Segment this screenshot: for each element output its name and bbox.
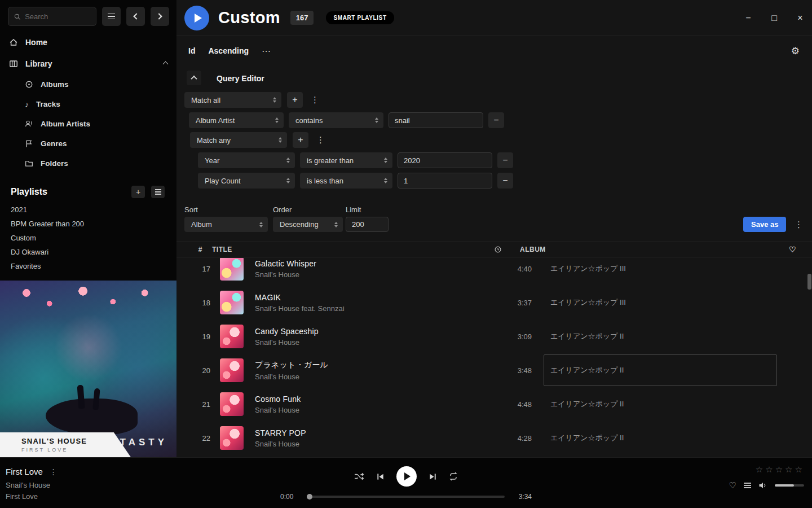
add-group-rule-button[interactable]: + [293,132,308,148]
window-controls: − □ × [743,0,805,36]
rule-operator-select[interactable]: is less than [300,173,392,189]
playlists-header: Playlists + [11,186,165,198]
table-row[interactable]: 21 Cosmo Funk Snail's House 4:48 エイリアン☆ポ… [176,387,812,421]
group-match-type-select[interactable]: Match any [190,132,287,148]
track-album[interactable]: エイリアン☆ポップ III [544,258,777,284]
rule-value-input[interactable] [389,112,483,128]
search-box[interactable] [8,7,96,26]
scrollbar-thumb[interactable] [807,274,811,290]
track-artist[interactable]: Snail's House [255,338,487,347]
save-menu-icon[interactable]: ⋮ [792,220,805,230]
query-editor-collapse-button[interactable] [187,71,201,85]
maximize-button[interactable]: □ [769,13,779,23]
rule-field-select[interactable]: Album Artist [189,112,284,128]
track-artist[interactable]: Snail's House [255,440,487,448]
track-album[interactable]: エイリアン☆ポップ II [544,422,777,454]
track-album[interactable]: エイリアン☆ポップ II [544,321,777,352]
limit-input[interactable] [346,217,389,232]
previous-button[interactable] [376,472,385,481]
track-album[interactable]: エイリアン☆ポップ III [544,287,777,318]
album-name: エイリアン☆ポップ II [550,365,624,375]
column-duration[interactable] [457,246,502,253]
remove-rule-button[interactable]: − [497,173,513,189]
now-playing-artist[interactable]: Snail's House [6,481,58,489]
search-input[interactable] [25,12,90,21]
column-title[interactable]: TITLE [212,246,457,253]
playlist-item[interactable]: Custom [0,231,176,245]
next-button[interactable] [429,472,437,481]
seek-bar[interactable] [307,496,505,498]
table-row[interactable]: 22 STARRY POP Snail's House 4:28 エイリアン☆ポ… [176,421,812,455]
rule-field-select[interactable]: Play Count [198,173,295,189]
volume-slider[interactable] [775,484,804,487]
playlist-item[interactable]: 2021 [0,203,176,217]
favorite-button heart-icon[interactable]: ♡ [729,480,736,491]
playlist-item[interactable]: Favorites [0,259,176,273]
playlist-item[interactable]: BPM Greater than 200 [0,217,176,231]
play-playlist-button[interactable] [184,6,209,30]
remove-rule-button[interactable]: − [488,112,504,128]
back-button[interactable] [126,7,145,26]
volume-button[interactable] [758,481,767,489]
now-playing-artwork[interactable]: SNAIL'S HOUSE FIRST LOVE TASTY [0,281,176,457]
sidebar-item-folders[interactable]: Folders [0,154,176,173]
column-album[interactable]: ALBUM [520,246,546,253]
order-select[interactable]: Descending [273,217,343,232]
play-pause-button[interactable] [396,466,417,487]
sidebar-item-genres[interactable]: Genres [0,134,176,154]
now-playing-title[interactable]: First Love [6,467,43,476]
rule-operator-select[interactable]: contains [289,112,383,128]
track-artist[interactable]: Snail's House [255,270,487,279]
chevron-up-icon[interactable] [163,61,169,67]
rule-value-input[interactable] [398,152,492,168]
seek-handle[interactable] [307,494,312,500]
menu-button[interactable] [102,7,121,26]
rule-operator-select[interactable]: is greater than [300,152,392,168]
track-album-focused[interactable]: エイリアン☆ポップ II [544,354,777,386]
sort-select[interactable]: Album [184,217,268,232]
sidebar-item-tracks[interactable]: ♪ Tracks [0,94,176,114]
table-row[interactable]: 17 Galactic Whisper Snail's House 4:40 エ… [176,258,812,286]
table-row[interactable]: 20 プラネット・ガール Snail's House 3:48 エイリアン☆ポッ… [176,353,812,387]
sort-order-button[interactable]: Ascending [208,46,249,55]
now-playing-menu-icon[interactable]: ⋮ [50,467,58,476]
rating-stars[interactable]: ☆☆☆☆☆ [756,465,805,475]
table-row[interactable]: 18 MAGIK Snail's House feat. Sennzai 3:3… [176,286,812,319]
track-count-badge: 167 [290,11,314,25]
add-rule-button[interactable]: + [287,92,303,108]
group-menu-icon[interactable]: ⋮ [314,135,327,145]
rule-value-input[interactable] [398,173,492,189]
table-header: # TITLE ALBUM ♡ [176,242,812,257]
more-options-icon[interactable]: ⋯ [262,46,271,56]
track-artist[interactable]: Snail's House [255,406,487,414]
rule-menu-icon[interactable]: ⋮ [308,95,321,105]
sidebar-item-library[interactable]: Library [0,53,176,75]
minimize-button[interactable]: − [743,13,753,23]
save-as-button[interactable]: Save as [743,217,786,232]
rule-field-select[interactable]: Year [198,152,295,168]
match-type-select[interactable]: Match all [184,92,281,108]
track-artist[interactable]: Snail's House [255,373,487,381]
now-playing-album[interactable]: First Love [6,492,58,501]
queue-button[interactable] [744,483,751,488]
sidebar-item-album-artists[interactable]: Album Artists [0,114,176,134]
sidebar-item-home[interactable]: Home [0,32,176,53]
track-artist[interactable]: Snail's House feat. Sennzai [255,304,487,313]
close-button[interactable]: × [795,13,805,23]
shuffle-button[interactable] [354,472,364,481]
select-value: contains [295,116,323,125]
playlist-list-button[interactable] [151,186,165,198]
track-album[interactable]: エイリアン☆ポップ II [544,388,777,420]
sidebar-item-albums[interactable]: Albums [0,75,176,94]
track-index: 19 [184,332,210,341]
repeat-button[interactable] [449,472,458,481]
table-row[interactable]: 19 Candy Spaceship Snail's House 3:09 エイ… [176,319,812,353]
column-favorite heart-icon[interactable]: ♡ [789,245,796,254]
sort-field-button[interactable]: Id [188,46,195,55]
remove-rule-button[interactable]: − [497,152,513,168]
column-index[interactable]: # [176,246,202,253]
playlist-item[interactable]: DJ Okawari [0,245,176,259]
add-playlist-button[interactable]: + [131,186,145,198]
forward-button[interactable] [151,7,169,26]
gear-icon[interactable]: ⚙ [791,45,800,57]
